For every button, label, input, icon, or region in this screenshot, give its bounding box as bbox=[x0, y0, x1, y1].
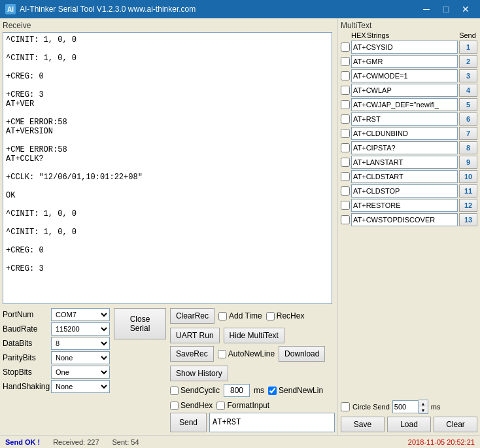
mt-send-btn-6[interactable]: 6 bbox=[459, 112, 477, 126]
mt-input-13[interactable] bbox=[351, 213, 458, 226]
mt-input-11[interactable] bbox=[351, 184, 458, 198]
mt-input-2[interactable] bbox=[351, 55, 458, 68]
mt-input-8[interactable] bbox=[351, 141, 458, 154]
mt-send-btn-7[interactable]: 7 bbox=[459, 127, 477, 140]
mt-checkbox-3[interactable] bbox=[341, 71, 350, 80]
mt-checkbox-11[interactable] bbox=[341, 186, 350, 196]
mt-send-btn-2[interactable]: 2 bbox=[459, 55, 477, 68]
uart-run-button[interactable]: UART Run bbox=[170, 328, 220, 343]
status-datetime: 2018-11-05 20:52:21 bbox=[408, 438, 475, 446]
receive-textarea[interactable] bbox=[3, 32, 332, 304]
send-input[interactable] bbox=[209, 413, 335, 432]
mt-send-btn-4[interactable]: 4 bbox=[459, 84, 477, 97]
hide-multitext-button[interactable]: Hide MultiText bbox=[224, 328, 284, 343]
mt-checkbox-5[interactable] bbox=[341, 100, 350, 109]
send-newlin-checkbox[interactable] bbox=[268, 387, 277, 395]
mt-input-7[interactable] bbox=[351, 127, 458, 140]
rec-hex-checkbox[interactable] bbox=[266, 312, 275, 320]
app-icon: AI bbox=[5, 4, 16, 14]
mt-send-btn-11[interactable]: 11 bbox=[459, 184, 477, 198]
mt-checkbox-8[interactable] bbox=[341, 143, 350, 152]
baudrate-label: BaudRate bbox=[3, 324, 48, 334]
databits-label: DataBits bbox=[3, 339, 48, 348]
send-cyclic-checkbox-label[interactable]: SendCyclic bbox=[170, 386, 220, 395]
ms-spinner-input[interactable] bbox=[392, 400, 419, 413]
send-hex-checkbox-label[interactable]: SendHex bbox=[170, 401, 213, 410]
circle-send-row: Circle Send ▲ ▼ ms bbox=[341, 400, 477, 414]
send-cyclic-checkbox[interactable] bbox=[170, 387, 179, 395]
close-serial-button[interactable]: Close Serial bbox=[114, 308, 166, 339]
multitext-row-9: 9 bbox=[341, 156, 477, 169]
portnum-select[interactable]: COM7 bbox=[51, 308, 110, 321]
handshaking-select[interactable]: None bbox=[51, 380, 110, 393]
format-input-checkbox[interactable] bbox=[216, 402, 225, 410]
multitext-row-10: 10 bbox=[341, 170, 477, 183]
clearrec-button[interactable]: ClearRec bbox=[170, 308, 214, 324]
mt-checkbox-13[interactable] bbox=[341, 215, 350, 224]
stopbits-select[interactable]: One bbox=[51, 366, 110, 379]
databits-select[interactable]: 8 bbox=[51, 337, 110, 350]
mt-input-10[interactable] bbox=[351, 170, 458, 183]
send-col-header: Send bbox=[458, 31, 477, 39]
mt-send-btn-12[interactable]: 12 bbox=[459, 199, 477, 212]
ms-spinner-down[interactable]: ▼ bbox=[419, 407, 428, 413]
close-button[interactable]: ✕ bbox=[456, 2, 475, 16]
download-button[interactable]: Download bbox=[279, 346, 325, 362]
mt-checkbox-9[interactable] bbox=[341, 158, 350, 167]
mt-send-btn-8[interactable]: 8 bbox=[459, 141, 477, 154]
send-cyclic-ms-input[interactable] bbox=[224, 384, 250, 397]
mt-send-btn-10[interactable]: 10 bbox=[459, 170, 477, 183]
mt-send-btn-9[interactable]: 9 bbox=[459, 156, 477, 169]
mt-checkbox-12[interactable] bbox=[341, 201, 350, 210]
add-time-checkbox-label[interactable]: Add Time bbox=[218, 311, 262, 320]
handshaking-label: HandShaking bbox=[3, 382, 48, 391]
title-bar: AI AI-Thinker Serial Tool V1.2.3.0 www.a… bbox=[0, 0, 480, 18]
auto-new-line-checkbox-label[interactable]: AutoNewLine bbox=[218, 349, 275, 358]
mt-input-1[interactable] bbox=[351, 41, 458, 54]
mt-checkbox-2[interactable] bbox=[341, 57, 350, 66]
ms-spinner: ▲ ▼ bbox=[392, 400, 428, 414]
circle-send-checkbox[interactable] bbox=[341, 402, 350, 411]
mt-checkbox-1[interactable] bbox=[341, 43, 350, 52]
show-history-button[interactable]: Show History bbox=[170, 366, 228, 381]
format-input-checkbox-label[interactable]: FormatInput bbox=[216, 401, 269, 410]
saverec-button[interactable]: SaveRec bbox=[170, 346, 214, 362]
mt-checkbox-10[interactable] bbox=[341, 172, 350, 181]
baudrate-select[interactable]: 115200 bbox=[51, 322, 110, 336]
mt-input-4[interactable] bbox=[351, 84, 458, 97]
send-newlin-checkbox-label[interactable]: SendNewLin bbox=[268, 386, 323, 395]
multitext-row-13: 13 bbox=[341, 213, 477, 226]
mt-checkbox-7[interactable] bbox=[341, 129, 350, 138]
ms-spinner-up[interactable]: ▲ bbox=[419, 400, 428, 407]
mt-input-12[interactable] bbox=[351, 199, 458, 212]
mt-input-3[interactable] bbox=[351, 69, 458, 82]
status-bar: Send OK ! Received: 227 Sent: 54 2018-11… bbox=[0, 435, 480, 448]
minimize-button[interactable]: ─ bbox=[417, 2, 436, 16]
mt-input-5[interactable] bbox=[351, 98, 458, 111]
add-time-checkbox[interactable] bbox=[218, 312, 227, 320]
send-hex-label: SendHex bbox=[180, 401, 213, 410]
mt-checkbox-6[interactable] bbox=[341, 114, 350, 124]
mt-send-btn-5[interactable]: 5 bbox=[459, 98, 477, 111]
send-hex-checkbox[interactable] bbox=[170, 402, 179, 410]
multitext-row-12: 12 bbox=[341, 199, 477, 212]
sent-status: Sent: 54 bbox=[112, 438, 139, 446]
maximize-button[interactable]: □ bbox=[437, 2, 455, 16]
mt-input-6[interactable] bbox=[351, 112, 458, 126]
mt-send-btn-1[interactable]: 1 bbox=[459, 41, 477, 54]
send-cyclic-label: SendCyclic bbox=[180, 386, 220, 395]
rec-hex-checkbox-label[interactable]: RecHex bbox=[266, 311, 305, 320]
save-mt-button[interactable]: Save bbox=[341, 417, 385, 432]
paritybits-select[interactable]: None bbox=[51, 351, 110, 364]
clear-mt-button[interactable]: Clear bbox=[434, 417, 477, 432]
mt-send-btn-13[interactable]: 13 bbox=[459, 213, 477, 226]
strings-col-header: Strings bbox=[367, 31, 456, 39]
mt-send-btn-3[interactable]: 3 bbox=[459, 69, 477, 82]
multitext-row-7: 7 bbox=[341, 127, 477, 140]
mt-checkbox-4[interactable] bbox=[341, 86, 350, 95]
send-button[interactable]: Send bbox=[170, 413, 207, 432]
load-mt-button[interactable]: Load bbox=[387, 417, 431, 432]
mt-input-9[interactable] bbox=[351, 156, 458, 169]
auto-new-line-checkbox[interactable] bbox=[218, 350, 226, 358]
received-status: Received: 227 bbox=[53, 438, 99, 446]
